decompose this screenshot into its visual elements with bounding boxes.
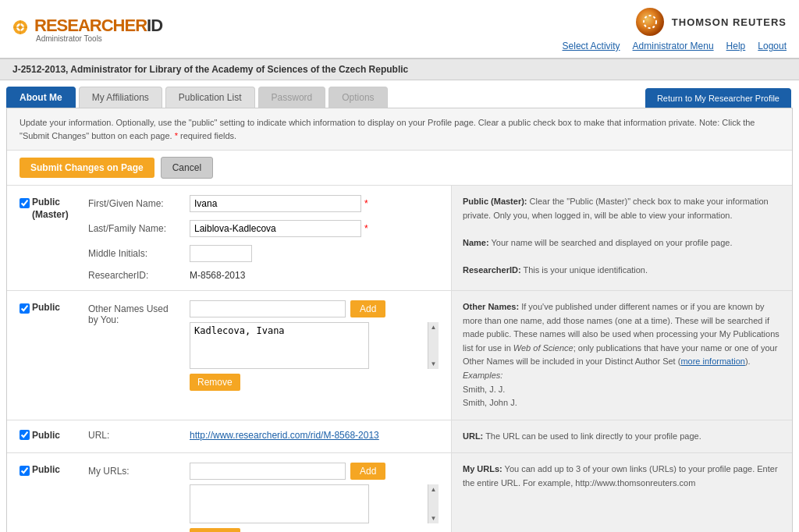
url-section: Public URL: http://www.researcherid.com/… [7, 420, 792, 453]
nav-help[interactable]: Help [726, 41, 746, 51]
public-my-urls-label: Public [32, 464, 60, 475]
first-name-required: * [364, 198, 368, 209]
public-master-checkbox[interactable] [20, 198, 30, 208]
tab-password: Password [258, 87, 326, 108]
public-url-checkbox[interactable] [20, 430, 30, 440]
action-bar: Submit Changes on Page Cancel [7, 151, 792, 185]
logo-area: RESEARCHERID Administrator Tools [12, 16, 162, 43]
thomson-logo: THOMSON REUTERS [634, 6, 787, 37]
nav-select-activity[interactable]: Select Activity [563, 41, 620, 51]
my-urls-input[interactable] [190, 463, 346, 480]
middle-initials-input[interactable] [190, 245, 252, 262]
submit-button[interactable]: Submit Changes on Page [20, 158, 154, 178]
public-other-names-label: Public [32, 302, 60, 313]
info-bar: Update your information. Optionally, use… [7, 108, 792, 151]
header: RESEARCHERID Administrator Tools [0, 0, 799, 59]
thomson-area: THOMSON REUTERS Select Activity Administ… [563, 6, 787, 51]
banner: J-2512-2013, Administrator for Library o… [0, 59, 799, 80]
researcher-id-value: M-8568-2013 [190, 270, 245, 281]
my-urls-label: My URLs: [88, 463, 190, 477]
main-content: Update your information. Optionally, use… [6, 108, 793, 532]
logo-text: RESEARCHERID [34, 16, 162, 36]
other-names-left-col: Public Other Names Usedby You: Add Kadle… [7, 291, 452, 420]
my-urls-scroll-down-icon: ▼ [431, 515, 437, 522]
first-name-label: First/Given Name: [88, 198, 190, 209]
other-names-remove-button[interactable]: Remove [190, 374, 240, 391]
my-urls-left-col: Public My URLs: Add [7, 453, 452, 532]
tab-return-profile[interactable]: Return to My Researcher Profile [645, 88, 791, 108]
other-names-section: Public Other Names Usedby You: Add Kadle… [7, 290, 792, 420]
tab-options: Options [328, 87, 387, 108]
tab-my-affiliations[interactable]: My Affiliations [79, 87, 162, 108]
tab-about-me[interactable]: About Me [6, 87, 76, 108]
nav-administrator-menu[interactable]: Administrator Menu [633, 41, 714, 51]
nav-links: Select Activity Administrator Menu Help … [563, 41, 787, 51]
url-help: URL: The URL can be used to link directl… [452, 420, 792, 453]
other-names-textarea[interactable]: Kadlecova, Ivana [190, 322, 369, 369]
name-left-col: Public(Master) First/Given Name: * Last/… [7, 186, 452, 290]
tab-publication-list[interactable]: Publication List [165, 87, 255, 108]
url-value[interactable]: http://www.researcherid.com/rid/M-8568-2… [190, 430, 379, 441]
required-asterisk: * [175, 131, 178, 140]
public-my-urls-checkbox[interactable] [20, 466, 30, 476]
other-names-help: Other Names: If you've published under d… [452, 291, 792, 420]
name-help: Public (Master): Clear the "Public (Mast… [452, 186, 792, 290]
last-name-input[interactable] [190, 220, 361, 237]
url-label: URL: [88, 430, 190, 441]
other-names-label: Other Names Usedby You: [88, 300, 190, 325]
tabs: About Me My Affiliations Publication Lis… [0, 87, 799, 108]
other-names-input[interactable] [190, 300, 346, 317]
other-names-add-button[interactable]: Add [350, 300, 385, 317]
middle-initials-label: Middle Initials: [88, 248, 190, 259]
my-urls-textarea[interactable] [190, 484, 369, 523]
my-urls-scroll-up-icon: ▲ [431, 486, 437, 493]
public-url-label: Public [32, 430, 60, 441]
my-urls-help: My URLs: You can add up to 3 of your own… [452, 453, 792, 532]
first-name-input[interactable] [190, 195, 361, 212]
researcher-id-label: ResearcherID: [88, 270, 190, 281]
more-info-link[interactable]: more information [680, 356, 745, 366]
textarea-scroll-up-icon: ▲ [431, 324, 437, 331]
my-urls-add-button[interactable]: Add [350, 463, 385, 480]
thomson-text: THOMSON REUTERS [672, 16, 787, 28]
public-other-names-checkbox[interactable] [20, 303, 30, 314]
svg-point-5 [636, 8, 664, 36]
public-master-label: Public(Master) [32, 197, 69, 221]
cancel-button[interactable]: Cancel [161, 157, 213, 179]
name-section: Public(Master) First/Given Name: * Last/… [7, 185, 792, 290]
nav-logout[interactable]: Logout [758, 41, 787, 51]
textarea-scroll-down-icon: ▼ [431, 360, 437, 367]
last-name-label: Last/Family Name: [88, 223, 190, 234]
my-urls-section: Public My URLs: Add [7, 452, 792, 532]
logo-sub: Administrator Tools [12, 34, 162, 43]
my-urls-remove-button[interactable]: Remove [190, 528, 240, 532]
url-left-col: Public URL: http://www.researcherid.com/… [7, 420, 452, 453]
last-name-required: * [364, 223, 368, 234]
